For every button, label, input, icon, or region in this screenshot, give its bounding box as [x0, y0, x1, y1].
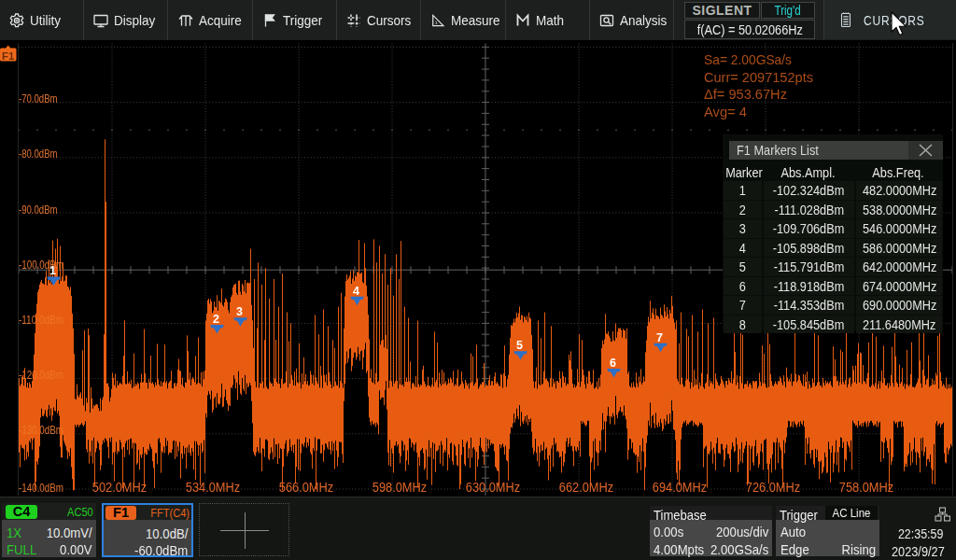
- svg-text:-80.0dBm: -80.0dBm: [19, 147, 58, 161]
- svg-text:Avg= 4: Avg= 4: [704, 105, 747, 119]
- svg-text:-100.0dBm: -100.0dBm: [19, 258, 63, 272]
- svg-text:726.0MHz: 726.0MHz: [746, 479, 801, 495]
- svg-text:534.0MHz: 534.0MHz: [186, 479, 241, 495]
- svg-text:-130.0dBm: -130.0dBm: [19, 423, 63, 437]
- svg-text:758.0MHz: 758.0MHz: [839, 479, 894, 495]
- svg-text:-140.0dBm: -140.0dBm: [19, 481, 63, 495]
- svg-text:694.0MHz: 694.0MHz: [653, 479, 708, 495]
- svg-text:1: 1: [49, 264, 56, 277]
- svg-text:630.0MHz: 630.0MHz: [466, 479, 521, 495]
- svg-text:-110.0dBm: -110.0dBm: [19, 313, 63, 327]
- svg-text:662.0MHz: 662.0MHz: [559, 479, 614, 495]
- svg-text:598.0MHz: 598.0MHz: [373, 479, 428, 495]
- svg-text:7: 7: [656, 331, 663, 344]
- svg-text:566.0MHz: 566.0MHz: [279, 479, 334, 495]
- svg-text:6: 6: [610, 357, 616, 370]
- svg-text:-90.0dBm: -90.0dBm: [19, 203, 58, 217]
- svg-text:F1: F1: [2, 50, 15, 62]
- svg-text:4: 4: [353, 285, 359, 298]
- svg-text:502.0MHz: 502.0MHz: [92, 479, 148, 495]
- svg-text:2: 2: [213, 313, 219, 326]
- svg-text:Curr= 2097152pts: Curr= 2097152pts: [704, 70, 813, 85]
- svg-text:-70.0dBm: -70.0dBm: [19, 91, 58, 105]
- svg-text:Δf= 953.67Hz: Δf= 953.67Hz: [704, 87, 787, 102]
- svg-text:5: 5: [516, 339, 523, 352]
- svg-text:Sa= 2.00GSa/s: Sa= 2.00GSa/s: [704, 52, 792, 67]
- svg-text:3: 3: [236, 305, 243, 318]
- svg-text:-120.0dBm: -120.0dBm: [19, 368, 63, 382]
